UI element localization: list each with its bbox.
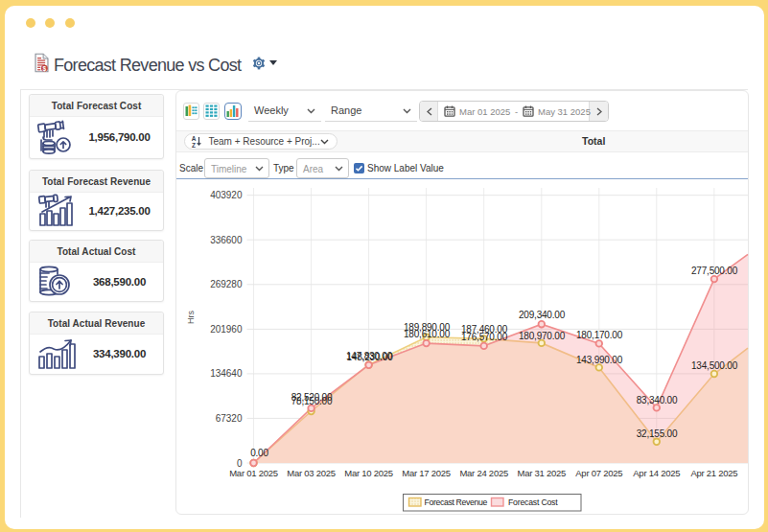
svg-text:277,500.00: 277,500.00 <box>691 266 738 276</box>
svg-text:148,230.00: 148,230.00 <box>347 352 394 362</box>
svg-text:134,500.00: 134,500.00 <box>691 360 738 371</box>
svg-text:180,610.00: 180,610.00 <box>404 329 451 339</box>
svg-text:269280: 269280 <box>210 279 243 289</box>
svg-text:Mar 31 2025: Mar 31 2025 <box>518 468 567 478</box>
svg-text:134640: 134640 <box>210 368 243 379</box>
svg-text:83,340.00: 83,340.00 <box>637 395 678 405</box>
svg-text:143,990.00: 143,990.00 <box>576 355 623 365</box>
svg-text:209,340.00: 209,340.00 <box>519 310 566 320</box>
svg-text:32,155.00: 32,155.00 <box>637 428 678 439</box>
svg-text:Forecast Cost: Forecast Cost <box>508 497 558 507</box>
svg-text:180,170.00: 180,170.00 <box>576 330 623 340</box>
svg-text:180,970.00: 180,970.00 <box>519 331 566 341</box>
svg-text:Mar 17 2025: Mar 17 2025 <box>402 468 451 478</box>
svg-text:Hrs: Hrs <box>186 311 196 324</box>
svg-text:176,570.00: 176,570.00 <box>461 332 508 342</box>
svg-text:Apr 14 2025: Apr 14 2025 <box>633 468 680 478</box>
svg-text:0: 0 <box>237 458 243 469</box>
svg-text:Apr 07 2025: Apr 07 2025 <box>575 468 622 478</box>
svg-text:67320: 67320 <box>216 413 243 424</box>
svg-text:Mar 03 2025: Mar 03 2025 <box>287 468 336 478</box>
svg-text:Mar 24 2025: Mar 24 2025 <box>459 468 508 478</box>
svg-text:0.00: 0.00 <box>250 448 268 458</box>
svg-text:Forecast Revenue: Forecast Revenue <box>425 497 488 507</box>
svg-text:336600: 336600 <box>210 235 243 245</box>
svg-text:201960: 201960 <box>210 324 243 335</box>
svg-text:403920: 403920 <box>210 190 243 200</box>
svg-text:Apr 21 2025: Apr 21 2025 <box>690 468 737 478</box>
svg-text:Mar 10 2025: Mar 10 2025 <box>344 468 393 478</box>
svg-text:78,150.00: 78,150.00 <box>291 396 333 406</box>
svg-text:Mar 01 2025: Mar 01 2025 <box>229 468 278 478</box>
